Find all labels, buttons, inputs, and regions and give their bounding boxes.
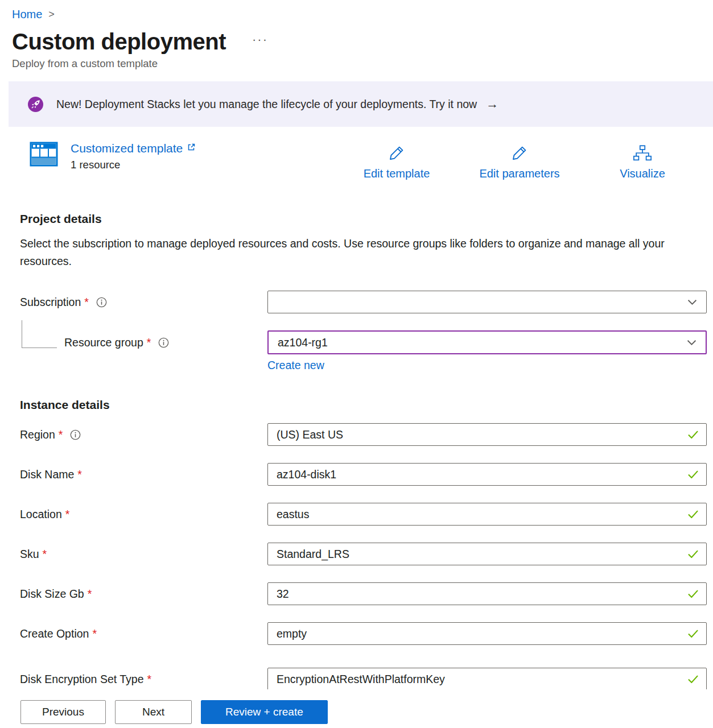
- required-asterisk: *: [59, 428, 63, 441]
- checkmark-icon: [687, 630, 699, 638]
- checkmark-icon: [687, 510, 699, 519]
- page-subtitle: Deploy from a custom template: [0, 57, 713, 70]
- sku-label-cell: Sku *: [20, 548, 267, 561]
- subscription-label: Subscription: [20, 296, 81, 309]
- edit-template-button[interactable]: Edit template: [335, 142, 458, 180]
- subscription-label-cell: Subscription *: [20, 296, 267, 309]
- info-icon[interactable]: [158, 337, 169, 348]
- required-asterisk: *: [65, 508, 70, 521]
- edit-parameters-label: Edit parameters: [479, 167, 559, 180]
- region-input[interactable]: [267, 423, 707, 446]
- subscription-dropdown[interactable]: [267, 291, 707, 313]
- create-new-link[interactable]: Create new: [267, 359, 324, 371]
- region-label: Region: [20, 428, 55, 441]
- template-summary: Customized template 1 resource Edit temp…: [0, 142, 713, 180]
- required-asterisk: *: [88, 588, 92, 601]
- custom-deployment-page: Home > Custom deployment ··· Deploy from…: [0, 0, 713, 728]
- location-input[interactable]: [267, 503, 707, 526]
- deployment-stacks-banner: New! Deployment Stacks let you manage th…: [9, 81, 713, 127]
- disk-encryption-set-type-label: Disk Encryption Set Type: [20, 673, 144, 686]
- breadcrumb: Home >: [0, 0, 713, 21]
- required-asterisk: *: [147, 673, 152, 686]
- resource-group-dropdown[interactable]: az104-rg1: [267, 330, 707, 354]
- create-option-label: Create Option: [20, 627, 89, 640]
- disk-name-label: Disk Name: [20, 468, 74, 481]
- pencil-icon: [510, 144, 529, 164]
- template-meta: Customized template 1 resource: [71, 142, 196, 171]
- disk-size-gb-label: Disk Size Gb: [20, 588, 84, 601]
- checkmark-icon: [687, 675, 699, 684]
- arrow-right-icon[interactable]: →: [486, 97, 498, 111]
- region-label-cell: Region *: [20, 428, 267, 441]
- create-option-field-row: Create Option *: [20, 622, 707, 645]
- create-option-label-cell: Create Option *: [20, 627, 267, 640]
- template-icon: [30, 142, 58, 167]
- create-new-row: Create new: [267, 359, 707, 372]
- title-row: Custom deployment ···: [0, 28, 713, 55]
- review-create-button[interactable]: Review + create: [201, 700, 328, 724]
- checkmark-icon: [687, 590, 699, 598]
- checkmark-icon: [687, 550, 699, 559]
- resource-group-value: az104-rg1: [278, 336, 328, 349]
- edit-template-label: Edit template: [364, 167, 430, 180]
- subscription-field-row: Subscription *: [20, 291, 707, 313]
- more-menu-button[interactable]: ···: [252, 32, 268, 47]
- project-details-description: Select the subscription to manage deploy…: [20, 235, 683, 270]
- required-asterisk: *: [92, 627, 97, 640]
- footer-bar: Previous Next Review + create: [0, 689, 713, 728]
- banner-message[interactable]: New! Deployment Stacks let you manage th…: [56, 98, 477, 111]
- info-icon[interactable]: [70, 429, 81, 440]
- checkmark-icon: [687, 470, 699, 479]
- disk-name-label-cell: Disk Name *: [20, 468, 267, 481]
- required-asterisk: *: [77, 468, 82, 481]
- location-label-cell: Location *: [20, 508, 267, 521]
- form-content: Project details Select the subscription …: [0, 212, 713, 690]
- disk-size-gb-label-cell: Disk Size Gb *: [20, 588, 267, 601]
- disk-size-gb-input[interactable]: [267, 582, 707, 605]
- resource-group-label: Resource group: [64, 336, 143, 349]
- next-button[interactable]: Next: [115, 700, 192, 724]
- field-connector-line: [22, 320, 57, 348]
- location-field-row: Location *: [20, 503, 707, 526]
- required-asterisk: *: [43, 548, 47, 561]
- disk-size-gb-field-row: Disk Size Gb *: [20, 582, 707, 605]
- sku-field-row: Sku *: [20, 543, 707, 565]
- rocket-icon: [27, 96, 44, 113]
- template-resource-count: 1 resource: [71, 159, 196, 171]
- location-label: Location: [20, 508, 62, 521]
- template-actions: Edit template Edit parameters Visualize: [335, 142, 704, 180]
- disk-encryption-set-type-input[interactable]: [267, 668, 707, 690]
- required-asterisk: *: [147, 336, 151, 349]
- hierarchy-icon: [633, 144, 652, 164]
- external-link-icon: [187, 143, 196, 152]
- instance-details-heading: Instance details: [20, 398, 707, 412]
- disk-name-input[interactable]: [267, 463, 707, 486]
- visualize-button[interactable]: Visualize: [581, 142, 704, 180]
- required-asterisk: *: [84, 296, 89, 309]
- breadcrumb-home-link[interactable]: Home: [12, 8, 42, 21]
- create-option-input[interactable]: [267, 622, 707, 645]
- customized-template-link[interactable]: Customized template: [71, 142, 183, 155]
- disk-name-field-row: Disk Name *: [20, 463, 707, 486]
- sku-label: Sku: [20, 548, 39, 561]
- checkmark-icon: [687, 431, 699, 439]
- pencil-icon: [387, 144, 406, 164]
- page-title: Custom deployment: [12, 28, 226, 55]
- info-icon[interactable]: [96, 297, 107, 308]
- chevron-down-icon: [687, 299, 697, 305]
- sku-input[interactable]: [267, 543, 707, 565]
- disk-encryption-set-type-label-cell: Disk Encryption Set Type *: [20, 673, 267, 686]
- project-details-heading: Project details: [20, 212, 707, 226]
- region-field-row: Region *: [20, 423, 707, 446]
- resource-group-label-cell: Resource group *: [20, 336, 267, 349]
- resource-group-field-row: Resource group * az104-rg1: [20, 330, 707, 354]
- disk-encryption-set-type-field-row: Disk Encryption Set Type *: [20, 668, 707, 690]
- chevron-down-icon: [687, 340, 696, 346]
- visualize-label: Visualize: [620, 167, 665, 180]
- edit-parameters-button[interactable]: Edit parameters: [458, 142, 581, 180]
- previous-button[interactable]: Previous: [20, 700, 106, 724]
- breadcrumb-separator-icon: >: [48, 9, 55, 20]
